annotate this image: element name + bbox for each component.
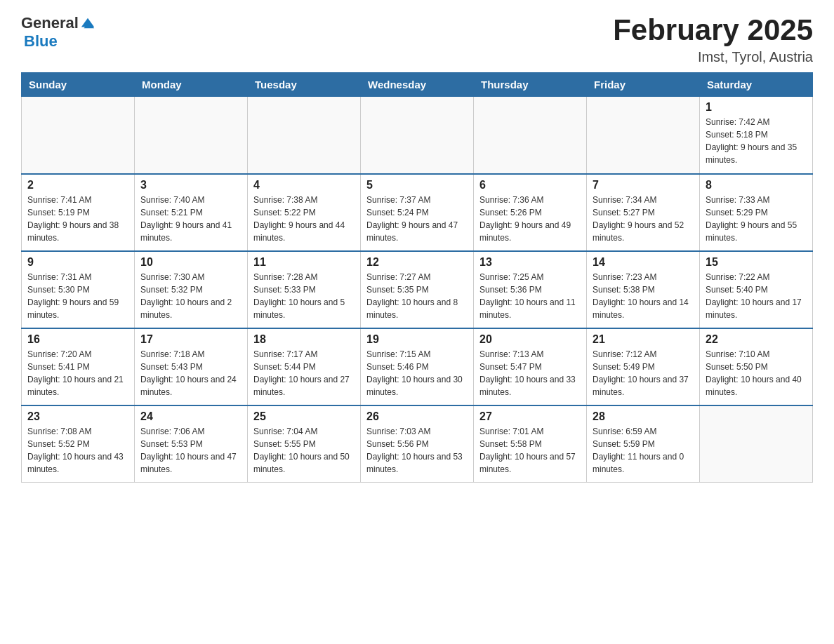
day-info: Sunrise: 7:20 AM Sunset: 5:41 PM Dayligh…	[27, 348, 128, 398]
calendar-cell	[587, 97, 700, 174]
calendar-cell: 21Sunrise: 7:12 AM Sunset: 5:49 PM Dayli…	[587, 328, 700, 405]
calendar-cell: 11Sunrise: 7:28 AM Sunset: 5:33 PM Dayli…	[248, 251, 361, 328]
calendar-cell: 10Sunrise: 7:30 AM Sunset: 5:32 PM Dayli…	[135, 251, 248, 328]
calendar-cell: 8Sunrise: 7:33 AM Sunset: 5:29 PM Daylig…	[700, 174, 813, 251]
calendar-cell	[361, 97, 474, 174]
calendar-cell: 6Sunrise: 7:36 AM Sunset: 5:26 PM Daylig…	[474, 174, 587, 251]
day-number: 12	[366, 256, 468, 269]
calendar-cell: 2Sunrise: 7:41 AM Sunset: 5:19 PM Daylig…	[22, 174, 135, 251]
day-info: Sunrise: 7:17 AM Sunset: 5:44 PM Dayligh…	[253, 348, 355, 398]
day-number: 28	[593, 410, 694, 423]
calendar-cell	[135, 97, 248, 174]
calendar-cell	[22, 97, 135, 174]
day-number: 24	[140, 410, 241, 423]
day-number: 5	[366, 179, 468, 192]
calendar-cell: 18Sunrise: 7:17 AM Sunset: 5:44 PM Dayli…	[248, 328, 361, 405]
day-info: Sunrise: 7:33 AM Sunset: 5:29 PM Dayligh…	[706, 194, 807, 244]
logo-icon	[80, 15, 95, 31]
calendar-week-row: 9Sunrise: 7:31 AM Sunset: 5:30 PM Daylig…	[22, 251, 813, 328]
day-number: 23	[27, 410, 128, 423]
calendar-cell: 13Sunrise: 7:25 AM Sunset: 5:36 PM Dayli…	[474, 251, 587, 328]
day-info: Sunrise: 7:04 AM Sunset: 5:55 PM Dayligh…	[253, 425, 355, 476]
column-header-thursday: Thursday	[474, 73, 587, 97]
column-header-saturday: Saturday	[700, 73, 813, 97]
calendar-cell	[474, 97, 587, 174]
day-info: Sunrise: 7:13 AM Sunset: 5:47 PM Dayligh…	[479, 348, 581, 398]
calendar-cell: 27Sunrise: 7:01 AM Sunset: 5:58 PM Dayli…	[474, 405, 587, 483]
calendar-cell: 25Sunrise: 7:04 AM Sunset: 5:55 PM Dayli…	[248, 405, 361, 483]
calendar-week-row: 23Sunrise: 7:08 AM Sunset: 5:52 PM Dayli…	[22, 405, 813, 483]
logo-general-text: General	[21, 14, 79, 32]
column-header-monday: Monday	[135, 73, 248, 97]
day-number: 8	[706, 179, 807, 192]
column-header-tuesday: Tuesday	[248, 73, 361, 97]
day-info: Sunrise: 7:36 AM Sunset: 5:26 PM Dayligh…	[479, 194, 581, 244]
day-number: 26	[366, 410, 468, 423]
day-number: 16	[27, 333, 128, 346]
logo-blue-text: Blue	[24, 32, 58, 51]
day-info: Sunrise: 7:01 AM Sunset: 5:58 PM Dayligh…	[479, 425, 581, 476]
calendar-cell: 5Sunrise: 7:37 AM Sunset: 5:24 PM Daylig…	[361, 174, 474, 251]
day-info: Sunrise: 7:10 AM Sunset: 5:50 PM Dayligh…	[706, 348, 807, 398]
month-title: February 2025	[613, 14, 813, 46]
column-header-sunday: Sunday	[22, 73, 135, 97]
calendar-cell: 15Sunrise: 7:22 AM Sunset: 5:40 PM Dayli…	[700, 251, 813, 328]
page-header: General Blue February 2025 Imst, Tyrol, …	[21, 14, 813, 65]
column-header-wednesday: Wednesday	[361, 73, 474, 97]
day-info: Sunrise: 7:06 AM Sunset: 5:53 PM Dayligh…	[140, 425, 241, 476]
calendar-cell: 23Sunrise: 7:08 AM Sunset: 5:52 PM Dayli…	[22, 405, 135, 483]
day-number: 18	[253, 333, 355, 346]
day-info: Sunrise: 7:37 AM Sunset: 5:24 PM Dayligh…	[366, 194, 468, 244]
day-number: 20	[479, 333, 581, 346]
calendar-cell: 19Sunrise: 7:15 AM Sunset: 5:46 PM Dayli…	[361, 328, 474, 405]
calendar-cell: 16Sunrise: 7:20 AM Sunset: 5:41 PM Dayli…	[22, 328, 135, 405]
day-number: 17	[140, 333, 241, 346]
day-info: Sunrise: 7:15 AM Sunset: 5:46 PM Dayligh…	[366, 348, 468, 398]
day-info: Sunrise: 7:25 AM Sunset: 5:36 PM Dayligh…	[479, 271, 581, 321]
calendar-cell: 20Sunrise: 7:13 AM Sunset: 5:47 PM Dayli…	[474, 328, 587, 405]
day-info: Sunrise: 7:40 AM Sunset: 5:21 PM Dayligh…	[140, 194, 241, 244]
day-info: Sunrise: 7:03 AM Sunset: 5:56 PM Dayligh…	[366, 425, 468, 476]
column-header-friday: Friday	[587, 73, 700, 97]
calendar-cell: 17Sunrise: 7:18 AM Sunset: 5:43 PM Dayli…	[135, 328, 248, 405]
calendar-header-row: SundayMondayTuesdayWednesdayThursdayFrid…	[22, 73, 813, 97]
calendar-cell: 22Sunrise: 7:10 AM Sunset: 5:50 PM Dayli…	[700, 328, 813, 405]
day-number: 10	[140, 256, 241, 269]
calendar-cell: 4Sunrise: 7:38 AM Sunset: 5:22 PM Daylig…	[248, 174, 361, 251]
day-info: Sunrise: 7:23 AM Sunset: 5:38 PM Dayligh…	[593, 271, 694, 321]
day-info: Sunrise: 7:18 AM Sunset: 5:43 PM Dayligh…	[140, 348, 241, 398]
day-number: 6	[479, 179, 581, 192]
day-info: Sunrise: 7:12 AM Sunset: 5:49 PM Dayligh…	[593, 348, 694, 398]
day-info: Sunrise: 6:59 AM Sunset: 5:59 PM Dayligh…	[593, 425, 694, 476]
day-info: Sunrise: 7:42 AM Sunset: 5:18 PM Dayligh…	[706, 116, 807, 166]
day-number: 2	[27, 179, 128, 192]
calendar-cell: 26Sunrise: 7:03 AM Sunset: 5:56 PM Dayli…	[361, 405, 474, 483]
day-number: 21	[593, 333, 694, 346]
logo: General Blue	[21, 14, 95, 51]
calendar-cell	[248, 97, 361, 174]
day-info: Sunrise: 7:27 AM Sunset: 5:35 PM Dayligh…	[366, 271, 468, 321]
calendar-week-row: 2Sunrise: 7:41 AM Sunset: 5:19 PM Daylig…	[22, 174, 813, 251]
calendar-cell: 24Sunrise: 7:06 AM Sunset: 5:53 PM Dayli…	[135, 405, 248, 483]
day-number: 3	[140, 179, 241, 192]
day-number: 25	[253, 410, 355, 423]
day-info: Sunrise: 7:34 AM Sunset: 5:27 PM Dayligh…	[593, 194, 694, 244]
day-number: 11	[253, 256, 355, 269]
calendar-table: SundayMondayTuesdayWednesdayThursdayFrid…	[21, 72, 813, 483]
day-number: 4	[253, 179, 355, 192]
day-number: 27	[479, 410, 581, 423]
calendar-cell: 28Sunrise: 6:59 AM Sunset: 5:59 PM Dayli…	[587, 405, 700, 483]
day-number: 19	[366, 333, 468, 346]
calendar-cell: 3Sunrise: 7:40 AM Sunset: 5:21 PM Daylig…	[135, 174, 248, 251]
day-info: Sunrise: 7:08 AM Sunset: 5:52 PM Dayligh…	[27, 425, 128, 476]
day-number: 15	[706, 256, 807, 269]
calendar-cell: 14Sunrise: 7:23 AM Sunset: 5:38 PM Dayli…	[587, 251, 700, 328]
day-number: 22	[706, 333, 807, 346]
calendar-week-row: 16Sunrise: 7:20 AM Sunset: 5:41 PM Dayli…	[22, 328, 813, 405]
day-number: 9	[27, 256, 128, 269]
day-number: 1	[706, 101, 807, 114]
day-info: Sunrise: 7:41 AM Sunset: 5:19 PM Dayligh…	[27, 194, 128, 244]
calendar-cell: 1Sunrise: 7:42 AM Sunset: 5:18 PM Daylig…	[700, 97, 813, 174]
day-number: 14	[593, 256, 694, 269]
day-info: Sunrise: 7:38 AM Sunset: 5:22 PM Dayligh…	[253, 194, 355, 244]
